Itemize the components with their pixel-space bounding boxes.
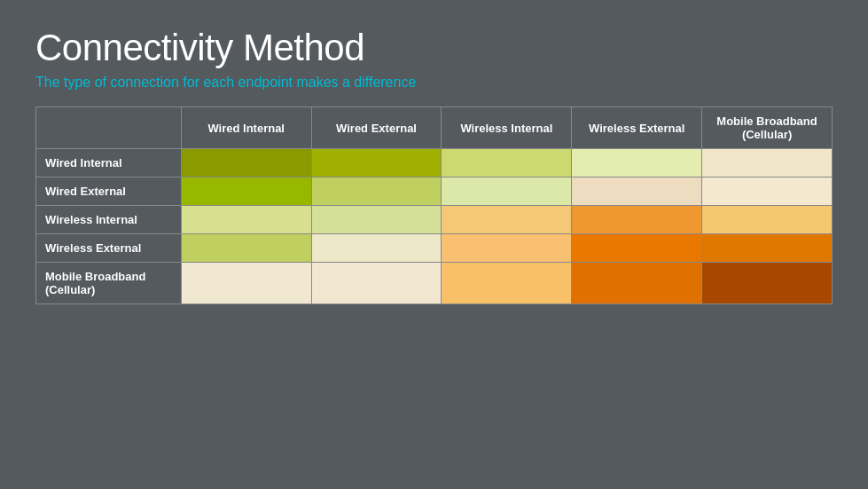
col-header-mobile: Mobile Broadband (Cellular) [702, 107, 833, 149]
cell-r1-c0 [181, 177, 311, 206]
cell-r4-c2 [442, 263, 572, 304]
cell-r3-c1 [311, 234, 442, 263]
cell-r1-c3 [572, 177, 702, 206]
cell-r0-c2 [442, 149, 572, 177]
cell-r2-c0 [181, 206, 311, 234]
page: Connectivity Method The type of connecti… [0, 0, 868, 489]
cell-r1-c4 [702, 177, 833, 206]
table-wrapper: Wired Internal Wired External Wireless I… [35, 106, 833, 471]
cell-r0-c0 [181, 149, 311, 177]
cell-r2-c3 [572, 206, 702, 234]
cell-r4-c3 [572, 263, 702, 304]
col-header-wireless-internal: Wireless Internal [442, 107, 572, 149]
header-empty [36, 107, 182, 149]
table-row: Mobile Broadband (Cellular) [36, 263, 833, 304]
row-header-3: Wireless External [36, 234, 182, 263]
table-row: Wireless External [36, 234, 833, 263]
col-header-wired-internal: Wired Internal [181, 107, 311, 149]
cell-r2-c1 [311, 206, 442, 234]
cell-r0-c1 [311, 149, 442, 177]
cell-r2-c2 [442, 206, 572, 234]
cell-r4-c4 [702, 263, 833, 304]
header-row: Wired Internal Wired External Wireless I… [36, 107, 833, 149]
cell-r4-c1 [311, 263, 442, 304]
cell-r0-c3 [572, 149, 702, 177]
cell-r1-c2 [442, 177, 572, 206]
cell-r2-c4 [702, 206, 833, 234]
row-header-2: Wireless Internal [36, 206, 182, 234]
page-title: Connectivity Method [35, 27, 833, 69]
cell-r3-c3 [572, 234, 702, 263]
col-header-wireless-external: Wireless External [572, 107, 702, 149]
row-header-1: Wired External [36, 177, 182, 206]
cell-r1-c1 [311, 177, 442, 206]
table-row: Wireless Internal [36, 206, 833, 234]
cell-r4-c0 [181, 263, 311, 304]
connectivity-table: Wired Internal Wired External Wireless I… [35, 106, 833, 304]
cell-r3-c4 [702, 234, 833, 263]
page-subtitle: The type of connection for each endpoint… [35, 75, 833, 91]
row-header-0: Wired Internal [36, 149, 182, 177]
table-row: Wired External [36, 177, 833, 206]
table-body: Wired InternalWired ExternalWireless Int… [36, 149, 833, 304]
col-header-wired-external: Wired External [311, 107, 442, 149]
table-row: Wired Internal [36, 149, 833, 177]
cell-r3-c0 [181, 234, 311, 263]
cell-r0-c4 [702, 149, 833, 177]
row-header-4: Mobile Broadband (Cellular) [36, 263, 182, 304]
cell-r3-c2 [442, 234, 572, 263]
